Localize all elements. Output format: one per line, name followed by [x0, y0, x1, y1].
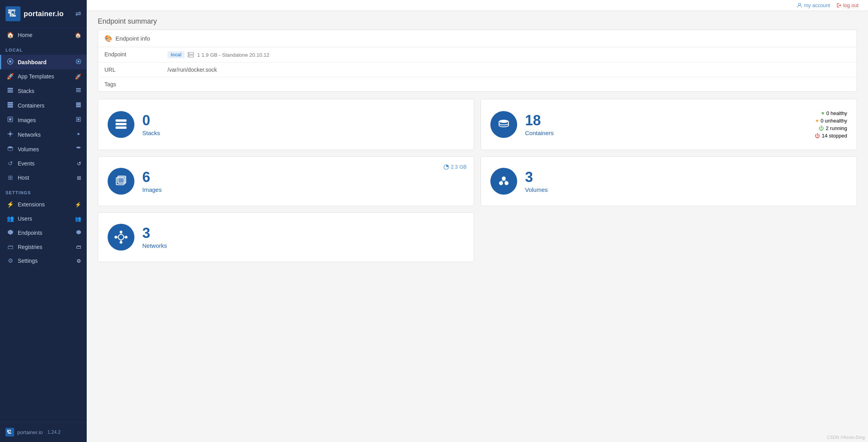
logout-link[interactable]: log out — [836, 2, 859, 8]
healthy-item: ♥ 0 healthy — [815, 110, 847, 116]
images-svg-icon — [114, 175, 128, 188]
pie-icon — [443, 164, 449, 170]
sidebar-item-host[interactable]: ⊞ Host ⊞ — [0, 171, 87, 185]
svg-text:🏗: 🏗 — [7, 9, 16, 19]
sidebar-item-networks[interactable]: Networks — [0, 127, 87, 142]
sidebar-item-volumes[interactable]: Volumes — [0, 142, 87, 156]
sidebar-item-events[interactable]: ↺ Events ↺ — [0, 156, 87, 171]
dashboard-icon — [7, 58, 14, 66]
sidebar-item-users[interactable]: 👥 Users 👥 — [0, 212, 87, 226]
logout-icon — [836, 3, 842, 8]
local-label: LOCAL — [0, 42, 87, 55]
sidebar: 🏗 portainer.io ⇌ 🏠 Home 🏠 LOCAL Dashboar… — [0, 0, 87, 442]
account-icon — [797, 3, 802, 8]
sidebar-item-dashboard[interactable]: Dashboard — [0, 55, 87, 69]
sidebar-item-label: Extensions — [18, 201, 45, 208]
sidebar-item-label: Images — [18, 117, 36, 123]
svg-rect-13 — [7, 104, 13, 106]
stacks-icon-circle — [108, 111, 134, 138]
sidebar-item-extensions[interactable]: ⚡ Extensions ⚡ — [0, 197, 87, 212]
images-icon — [7, 116, 14, 124]
svg-point-55 — [125, 236, 128, 239]
unhealthy-item: ♥ 0 unhealthy — [815, 118, 847, 124]
endpoint-label: Endpoint — [98, 47, 161, 63]
volumes-card[interactable]: 3 Volumes — [481, 156, 857, 206]
containers-count: 18 — [525, 113, 807, 128]
svg-marker-30 — [7, 230, 13, 235]
stacks-info: 0 Stacks — [142, 113, 464, 137]
healthy-icon: ♥ — [821, 110, 825, 116]
sidebar-item-endpoints[interactable]: Endpoints — [0, 226, 87, 240]
settings-icon: ⚙ — [7, 257, 14, 264]
svg-point-5 — [78, 61, 80, 63]
networks-card[interactable]: 3 Networks — [98, 212, 474, 262]
page-title: Endpoint summary — [98, 11, 857, 30]
sidebar-item-label: Dashboard — [18, 59, 47, 65]
endpoint-badge: local — [168, 51, 184, 58]
extensions-icon: ⚡ — [7, 201, 14, 208]
sidebar-item-settings[interactable]: ⚙ Settings ⚙ — [0, 254, 87, 268]
endpoint-value-cell: local 1 1.9 GB - Standalone 20.10.12 — [161, 47, 857, 63]
stacks-count: 0 — [142, 113, 464, 128]
svg-point-54 — [115, 236, 117, 239]
healthy-label: 0 healthy — [826, 110, 847, 116]
svg-point-53 — [120, 241, 123, 244]
volumes-label: Volumes — [525, 186, 847, 193]
images-size-label: 2.3 GB — [443, 164, 467, 170]
endpoint-info-panel: 🎨 Endpoint info Endpoint local 1 1.9 GB … — [98, 30, 857, 92]
images-label: Images — [142, 186, 464, 193]
containers-icon — [7, 102, 14, 109]
svg-rect-9 — [76, 88, 81, 89]
images-icon-circle — [108, 168, 134, 195]
server-icon — [188, 52, 194, 58]
sidebar-item-containers[interactable]: Containers — [0, 98, 87, 113]
endpoint-info-table: Endpoint local 1 1.9 GB - Standalone 20.… — [98, 47, 857, 91]
networks-svg-icon — [114, 230, 128, 244]
svg-point-48 — [505, 181, 509, 185]
containers-svg-icon — [497, 118, 510, 131]
endpoints-icon — [7, 229, 14, 236]
sidebar-item-home[interactable]: 🏠 Home 🏠 — [0, 28, 87, 42]
svg-rect-12 — [7, 102, 13, 104]
my-account-label: my account — [804, 2, 830, 8]
endpoint-detail: 1 1.9 GB - Standalone 20.10.12 — [197, 52, 269, 58]
sidebar-item-label: Home — [18, 32, 32, 38]
sidebar-item-stacks[interactable]: Stacks — [0, 84, 87, 98]
unhealthy-label: 0 unhealthy — [821, 118, 847, 124]
sidebar-item-label: App Templates — [18, 73, 54, 80]
containers-card[interactable]: 18 Containers ♥ 0 healthy ♥ 0 unhealthy … — [481, 99, 857, 150]
svg-rect-8 — [7, 91, 13, 93]
sidebar-footer: 🏗 portainer.io 1.24.2 — [0, 422, 87, 442]
svg-point-28 — [8, 147, 13, 149]
stacks-card[interactable]: 0 Stacks — [98, 99, 474, 150]
main-content: my account log out Endpoint summary 🎨 En… — [87, 0, 868, 442]
sidebar-item-label: Stacks — [18, 88, 34, 94]
images-card[interactable]: 2.3 GB 6 Images — [98, 156, 474, 206]
svg-point-47 — [499, 181, 503, 185]
sidebar-item-registries[interactable]: 🗃 Registries 🗃 — [0, 240, 87, 254]
networks-icon — [7, 131, 14, 138]
topbar: my account log out — [87, 0, 868, 11]
sidebar-item-label: Endpoints — [18, 230, 42, 236]
url-value: /var/run/docker.sock — [161, 63, 857, 77]
sidebar-toggle-icon[interactable]: ⇌ — [75, 9, 81, 18]
logo-text: portainer.io — [24, 10, 64, 18]
sidebar-item-images[interactable]: Images — [0, 113, 87, 127]
stopped-icon: ⏻ — [815, 133, 820, 139]
svg-text:🏗: 🏗 — [7, 430, 11, 435]
tags-label: Tags — [98, 77, 161, 92]
url-label: URL — [98, 63, 161, 77]
footer-logo-text: portainer.io — [17, 429, 43, 435]
registries-icon: 🗃 — [7, 243, 14, 250]
my-account-link[interactable]: my account — [797, 2, 830, 8]
paint-icon: 🎨 — [104, 35, 112, 42]
rocket-icon: 🚀 — [7, 73, 14, 80]
stopped-item: ⏻ 14 stopped — [815, 133, 847, 139]
containers-info: 18 Containers — [525, 113, 807, 137]
svg-point-22 — [9, 133, 11, 135]
sidebar-item-app-templates[interactable]: 🚀 App Templates 🚀 — [0, 69, 87, 84]
tags-value — [161, 77, 857, 92]
svg-rect-21 — [77, 118, 79, 120]
images-count: 6 — [142, 169, 464, 185]
svg-rect-41 — [115, 126, 127, 129]
